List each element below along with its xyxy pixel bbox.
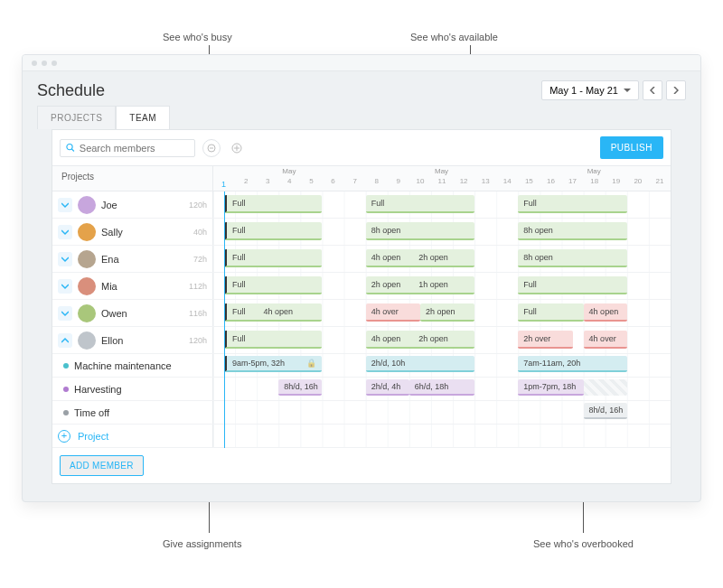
add-button[interactable]	[228, 139, 246, 157]
day-label: 14	[496, 177, 518, 185]
search-input[interactable]	[80, 143, 189, 154]
capacity-bar[interactable]: Full	[224, 276, 322, 294]
capacity-bar[interactable]: 4h over	[584, 331, 627, 349]
task-dot	[63, 363, 69, 369]
svg-point-0	[67, 144, 72, 149]
tab-team[interactable]: TEAM	[116, 106, 170, 129]
capacity-bar[interactable]: 2h open	[420, 303, 474, 322]
anno-assign: Give assignments	[163, 538, 241, 549]
capacity-bar[interactable]: 8h open	[518, 222, 626, 240]
person-name: Ena	[101, 254, 119, 265]
task-row-timeoff: Time off 8h/d, 16h	[52, 401, 671, 425]
day-label: 16	[540, 177, 561, 185]
capacity-bar[interactable]: Full	[224, 331, 322, 349]
person-hours: 116h	[189, 309, 207, 318]
day-label: 4	[278, 177, 300, 185]
person-name: Ellon	[101, 335, 123, 346]
expand-toggle[interactable]	[58, 279, 72, 294]
person-row-owen: Owen 116h Full4h open 4h over 2h open Fu…	[52, 300, 671, 327]
capacity-bar[interactable]: Full	[518, 195, 626, 213]
person-name: Joe	[101, 200, 117, 210]
capacity-bar[interactable]: 2h open1h open	[366, 276, 474, 294]
avatar	[78, 277, 96, 295]
day-label: 13	[474, 177, 496, 185]
tab-projects[interactable]: PROJECTS	[37, 106, 116, 129]
assignment-bar[interactable]: 8h/d, 16h	[278, 379, 322, 396]
capacity-bar[interactable]: Full	[518, 276, 626, 294]
capacity-bar[interactable]: 8h open	[518, 249, 626, 267]
capacity-bar[interactable]: Full	[366, 195, 474, 213]
lock-icon: 🔒	[306, 359, 316, 368]
day-label: 7	[344, 177, 366, 185]
expand-toggle[interactable]	[58, 225, 72, 239]
task-dot	[63, 387, 69, 392]
assignment-bar[interactable]: 6h/d, 18h	[409, 379, 474, 396]
caret-down-icon	[624, 89, 631, 92]
assignment-bar[interactable]: 2h/d, 4h	[366, 379, 409, 396]
capacity-bar[interactable]: 4h open2h open	[366, 331, 474, 349]
person-hours: 40h	[193, 228, 207, 237]
assignment-bar[interactable]: 8h/d, 16h	[584, 403, 627, 419]
capacity-bar[interactable]: 4h open	[584, 303, 627, 322]
next-button[interactable]	[666, 80, 686, 100]
person-name: Sally	[101, 227, 123, 238]
person-hours: 112h	[189, 282, 207, 291]
assignment-ghost[interactable]	[584, 379, 627, 396]
publish-button[interactable]: PUBLISH	[600, 136, 663, 159]
projects-header-label: Projects	[52, 166, 213, 191]
app-window: Schedule May 1 - May 21 PROJECTS TEAM	[22, 54, 701, 502]
capacity-bar[interactable]: 4h open2h open	[366, 249, 474, 267]
assignment-bar[interactable]: 1pm-7pm, 18h	[518, 379, 583, 396]
expand-toggle[interactable]	[58, 198, 72, 212]
assignment-bar[interactable]: 9am-5pm, 32h🔒	[224, 356, 322, 372]
task-name: Time off	[74, 407, 109, 418]
capacity-bar[interactable]: Full	[518, 303, 583, 322]
avatar	[78, 331, 96, 350]
person-row-mia: Mia 112h Full 2h open1h open Full	[52, 273, 671, 300]
month-label: May	[282, 167, 296, 175]
search-input-wrap[interactable]	[60, 139, 195, 157]
prev-button[interactable]	[643, 80, 662, 100]
capacity-bar[interactable]: Full	[224, 195, 322, 213]
add-project-row[interactable]: + Project	[52, 425, 671, 448]
anno-available: See who's available	[410, 32, 498, 42]
person-name: Mia	[101, 281, 117, 292]
window-titlebar	[23, 55, 700, 71]
page-title: Schedule	[37, 81, 541, 100]
assignment-bar[interactable]: 7am-11am, 20h	[518, 356, 626, 372]
assignment-bar[interactable]: 2h/d, 10h	[366, 356, 474, 372]
capacity-bar[interactable]: 2h over	[518, 331, 572, 349]
task-name: Harvesting	[74, 384, 122, 395]
svg-line-1	[71, 149, 73, 151]
capacity-bar[interactable]: Full	[224, 249, 322, 267]
person-hours: 120h	[189, 201, 207, 210]
day-label: 12	[453, 177, 474, 185]
person-row-joe: Joe 120h Full Full Full	[52, 191, 671, 219]
person-row-ena: Ena 72h Full 4h open2h open 8h open	[52, 246, 671, 273]
expand-toggle[interactable]	[58, 252, 72, 266]
day-label: 19	[606, 177, 627, 185]
anno-overbooked: See who's overbooked	[533, 538, 634, 549]
person-hours: 72h	[193, 255, 207, 264]
day-label: 17	[562, 177, 584, 185]
month-label: May	[587, 167, 601, 175]
avatar	[78, 250, 96, 268]
person-name: Owen	[101, 308, 127, 319]
add-member-button[interactable]: ADD MEMBER	[60, 455, 144, 476]
date-range-picker[interactable]: May 1 - May 21	[541, 80, 639, 100]
person-hours: 120h	[189, 336, 207, 345]
day-label: 5	[300, 177, 322, 185]
capacity-bar[interactable]: Full	[224, 222, 322, 240]
expand-toggle[interactable]	[58, 306, 72, 321]
capacity-bar[interactable]: 4h over	[366, 303, 420, 322]
day-label: 21	[649, 177, 671, 185]
task-dot	[63, 410, 69, 415]
toolbar: PUBLISH	[52, 130, 671, 166]
capacity-bar[interactable]: Full4h open	[224, 303, 322, 322]
avatar	[78, 223, 96, 241]
capacity-bar[interactable]: 8h open	[366, 222, 474, 240]
sliders-icon	[207, 144, 216, 153]
date-range-label: May 1 - May 21	[549, 85, 618, 96]
filter-button[interactable]	[202, 139, 221, 157]
collapse-toggle[interactable]	[58, 333, 72, 348]
